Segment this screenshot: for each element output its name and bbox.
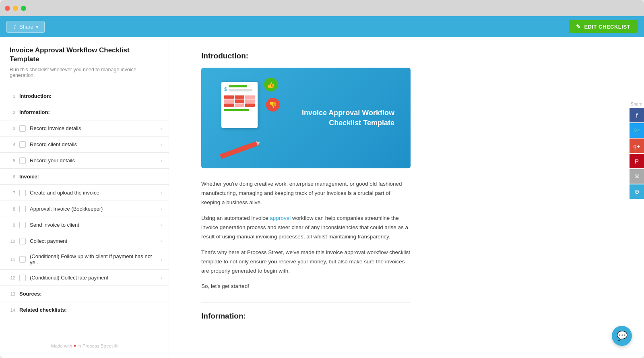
content-area: Introduction: $ (169, 37, 644, 358)
row-checkbox[interactable] (19, 238, 26, 244)
checklist-row[interactable]: 11(Conditional) Follow up with client if… (0, 249, 169, 269)
chat-button[interactable]: 💬 (612, 326, 632, 346)
row-label: Send invoice to client (30, 222, 158, 228)
pencil-icon: ✎ (576, 23, 581, 30)
row-number: 3 (6, 126, 15, 131)
pinterest-share-button[interactable]: P (630, 154, 644, 168)
social-sidebar: Share f 🐦 g+ P ✉ ⊕ (630, 101, 644, 200)
row-number: 2 (6, 110, 15, 115)
chevron-right-icon: › (161, 257, 162, 263)
paragraph-2: Using an automated invoice approval work… (201, 214, 411, 242)
checklist-row[interactable]: 14Related checklists: (0, 302, 169, 318)
row-number: 14 (6, 308, 15, 312)
row-checkbox[interactable] (19, 141, 26, 148)
share-dropdown-icon: ▾ (36, 24, 39, 30)
paragraph-1: Whether you're doing creative work, ente… (201, 180, 411, 207)
checklist-row[interactable]: 10Collect payment› (0, 233, 169, 249)
row-checkbox[interactable] (19, 190, 26, 196)
row-number: 13 (6, 292, 15, 296)
row-number: 7 (6, 190, 15, 195)
row-number: 10 (6, 239, 15, 244)
row-checkbox[interactable] (19, 157, 26, 164)
thumbs-up-icon: 👍 (264, 78, 278, 91)
invoice-doc: $ (221, 82, 258, 128)
row-number: 9 (6, 223, 15, 228)
hero-illustration: $ (217, 78, 282, 158)
main-content: Invoice Approval Workflow Checklist Temp… (0, 37, 644, 358)
row-label: Record client details (30, 141, 158, 147)
topbar: ⇧ Share ▾ ✎ EDIT CHECKLIST (0, 16, 644, 37)
row-label: Create and upload the invoice (30, 190, 158, 196)
row-label: (Conditional) Follow up with client if p… (30, 253, 158, 265)
sidebar: Invoice Approval Workflow Checklist Temp… (0, 37, 169, 358)
share-button-label: Share (19, 24, 33, 30)
row-checkbox[interactable] (19, 222, 26, 228)
edit-checklist-label: EDIT CHECKLIST (584, 24, 630, 30)
approval-link[interactable]: approval (270, 215, 291, 221)
maximize-button[interactable] (21, 6, 26, 11)
chevron-right-icon: › (161, 238, 162, 244)
row-number: 8 (6, 207, 15, 211)
checklist-row[interactable]: 8Approval: Invoice (Bookkeeper)› (0, 201, 169, 217)
row-number: 4 (6, 142, 15, 147)
checklist-items: 1Introduction:2Information:3Record invoi… (0, 88, 169, 337)
social-label: Share (631, 101, 644, 106)
checklist-row[interactable]: 6Invoice: (0, 168, 169, 184)
row-checkbox[interactable] (19, 125, 26, 132)
row-label: Record invoice details (30, 125, 158, 131)
row-label: Approval: Invoice (Bookkeeper) (30, 206, 158, 212)
sidebar-subtitle: Run this checklist whenever you need to … (10, 67, 159, 78)
paragraph-3: That's why here at Process Street, we've… (201, 248, 411, 276)
twitter-share-button[interactable]: 🐦 (630, 123, 644, 138)
hero-image: $ (201, 68, 411, 168)
row-label: Collect payment (30, 238, 158, 244)
checklist-row[interactable]: 5Record your details› (0, 152, 169, 168)
row-number: 12 (6, 275, 15, 280)
checklist-row[interactable]: 12(Conditional) Collect late payment› (0, 269, 169, 286)
email-share-button[interactable]: ✉ (630, 169, 644, 184)
facebook-share-button[interactable]: f (630, 108, 644, 122)
chevron-right-icon: › (161, 190, 162, 196)
chat-icon: 💬 (617, 331, 627, 341)
row-checkbox[interactable] (19, 206, 26, 212)
heart-icon: ♥ (74, 344, 76, 348)
row-number: 11 (6, 257, 15, 262)
chevron-right-icon: › (161, 275, 162, 281)
row-label: Sources: (19, 291, 162, 297)
titlebar (0, 0, 644, 16)
section-divider (201, 302, 411, 303)
checklist-row[interactable]: 2Information: (0, 104, 169, 120)
share-icon: ⇧ (12, 24, 17, 30)
sidebar-header: Invoice Approval Workflow Checklist Temp… (0, 37, 169, 88)
row-number: 5 (6, 158, 15, 163)
chevron-right-icon: › (161, 157, 162, 163)
row-number: 1 (6, 94, 15, 99)
checklist-row[interactable]: 13Sources: (0, 286, 169, 302)
minimize-button[interactable] (13, 6, 18, 11)
googleplus-share-button[interactable]: g+ (630, 139, 644, 153)
row-checkbox[interactable] (19, 256, 26, 263)
section2-title: Information: (201, 312, 612, 321)
row-label: (Conditional) Collect late payment (30, 275, 158, 281)
sidebar-title: Invoice Approval Workflow Checklist Temp… (10, 46, 159, 64)
share-button[interactable]: ⇧ Share ▾ (6, 21, 45, 33)
footer: Made with ♥ in Process Street ® (0, 337, 169, 350)
thumbs-down-icon: 👎 (266, 98, 280, 112)
checklist-row[interactable]: 3Record invoice details› (0, 120, 169, 136)
pen-illustration (220, 141, 259, 159)
chevron-right-icon: › (161, 125, 162, 131)
checklist-row[interactable]: 1Introduction: (0, 88, 169, 104)
app-window: ⇧ Share ▾ ✎ EDIT CHECKLIST Invoice Appro… (0, 0, 644, 358)
row-label: Introduction: (19, 93, 162, 99)
row-label: Related checklists: (19, 307, 162, 313)
bookmark-share-button[interactable]: ⊕ (630, 184, 644, 199)
chevron-right-icon: › (161, 222, 162, 228)
edit-checklist-button[interactable]: ✎ EDIT CHECKLIST (569, 20, 638, 33)
checklist-row[interactable]: 9Send invoice to client› (0, 217, 169, 233)
checklist-row[interactable]: 4Record client details› (0, 136, 169, 152)
hero-text-block: Invoice Approval Workflow Checklist Temp… (302, 108, 394, 128)
row-checkbox[interactable] (19, 275, 26, 281)
close-button[interactable] (5, 6, 10, 11)
section1-title: Introduction: (201, 52, 612, 60)
checklist-row[interactable]: 7Create and upload the invoice› (0, 184, 169, 201)
